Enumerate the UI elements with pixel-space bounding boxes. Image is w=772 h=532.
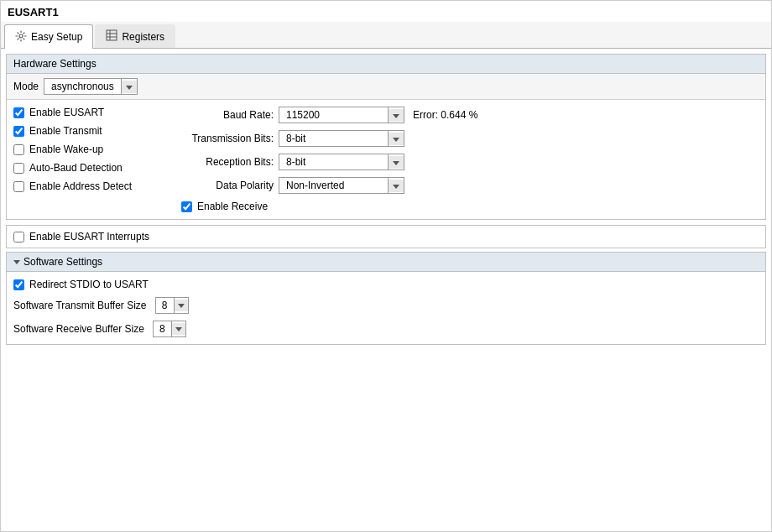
rx-buffer-select[interactable]: 8 xyxy=(153,321,186,337)
transmission-bits-value: 8-bit xyxy=(279,131,389,146)
enable-wakeup-label[interactable]: Enable Wake-up xyxy=(29,143,103,155)
reception-bits-row: Reception Bits: 8-bit xyxy=(181,154,759,170)
mode-value: asynchronous xyxy=(44,79,122,94)
page-title: EUSART1 xyxy=(1,1,771,22)
chevron-down-icon xyxy=(178,304,185,308)
software-settings-header[interactable]: Software Settings xyxy=(7,253,765,272)
tab-registers[interactable]: Registers xyxy=(95,24,175,48)
tabs-bar: Easy Setup Registers xyxy=(1,22,771,49)
eusart-interrupts-label[interactable]: Enable EUSART Interrupts xyxy=(29,231,149,243)
rx-buffer-dropdown-btn[interactable] xyxy=(172,323,185,335)
enable-address-label[interactable]: Enable Address Detect xyxy=(29,180,132,192)
reception-bits-value: 8-bit xyxy=(279,154,389,170)
registers-tab-label: Registers xyxy=(122,31,164,43)
baud-rate-error: Error: 0.644 % xyxy=(413,109,477,121)
chevron-down-icon xyxy=(393,161,399,165)
enable-wakeup-checkbox[interactable] xyxy=(13,144,24,155)
enable-receive-checkbox[interactable] xyxy=(181,201,192,212)
enable-eusart-checkbox[interactable] xyxy=(13,107,24,118)
mode-row: Mode asynchronous xyxy=(7,74,765,100)
checkbox-enable-wakeup: Enable Wake-up xyxy=(13,143,181,155)
table-icon xyxy=(106,29,117,44)
data-polarity-dropdown-btn[interactable] xyxy=(389,180,404,192)
right-column: Baud Rate: 115200 Error: 0.644 % Transmi… xyxy=(181,107,759,212)
rx-buffer-label: Software Receive Buffer Size xyxy=(13,323,144,335)
data-polarity-row: Data Polarity Non-Inverted xyxy=(181,177,759,194)
mode-label: Mode xyxy=(13,81,39,92)
svg-rect-1 xyxy=(107,30,117,40)
tx-buffer-dropdown-btn[interactable] xyxy=(175,300,188,311)
tx-buffer-row: Software Transmit Buffer Size 8 xyxy=(13,297,759,314)
hardware-settings-header: Hardware Settings xyxy=(7,55,765,74)
checkbox-enable-eusart: Enable EUSART xyxy=(13,107,181,118)
enable-transmit-label[interactable]: Enable Transmit xyxy=(29,125,102,137)
transmission-bits-dropdown-btn[interactable] xyxy=(389,133,404,145)
baud-rate-select[interactable]: 115200 xyxy=(279,107,404,123)
tx-buffer-select[interactable]: 8 xyxy=(155,297,189,314)
auto-baud-checkbox[interactable] xyxy=(13,163,24,174)
hardware-settings-section: Hardware Settings Mode asynchronous Enab… xyxy=(6,54,766,220)
enable-transmit-checkbox[interactable] xyxy=(13,126,24,137)
gear-icon xyxy=(15,30,27,44)
baud-rate-label: Baud Rate: xyxy=(181,109,274,121)
rx-buffer-row: Software Receive Buffer Size 8 xyxy=(13,321,759,337)
transmission-bits-select[interactable]: 8-bit xyxy=(279,130,404,147)
transmission-bits-label: Transmission Bits: xyxy=(181,133,274,144)
chevron-down-icon xyxy=(126,86,133,90)
chevron-down-icon xyxy=(175,327,182,331)
tx-buffer-label: Software Transmit Buffer Size xyxy=(13,300,147,311)
tx-buffer-value: 8 xyxy=(156,298,175,313)
main-container: EUSART1 Easy Setup Registers xyxy=(0,0,772,532)
checkbox-redirect-stdio: Redirect STDIO to USART xyxy=(13,279,759,290)
data-polarity-select[interactable]: Non-Inverted xyxy=(279,177,404,194)
rx-buffer-value: 8 xyxy=(154,321,172,336)
left-column: Enable EUSART Enable Transmit Enable Wak… xyxy=(13,107,181,212)
redirect-stdio-checkbox[interactable] xyxy=(13,279,24,290)
software-settings-section: Software Settings Redirect STDIO to USAR… xyxy=(6,252,766,345)
transmission-bits-row: Transmission Bits: 8-bit xyxy=(181,130,759,147)
svg-point-0 xyxy=(19,34,23,38)
enable-eusart-label[interactable]: Enable EUSART xyxy=(29,107,104,118)
checkbox-enable-transmit: Enable Transmit xyxy=(13,125,181,137)
baud-rate-dropdown-btn[interactable] xyxy=(389,109,404,122)
baud-rate-value: 115200 xyxy=(279,107,389,123)
chevron-down-icon xyxy=(393,185,399,189)
mode-dropdown-btn[interactable] xyxy=(122,81,137,93)
baud-rate-row: Baud Rate: 115200 Error: 0.644 % xyxy=(181,107,759,123)
checkbox-enable-address: Enable Address Detect xyxy=(13,180,181,192)
redirect-stdio-label[interactable]: Redirect STDIO to USART xyxy=(29,279,149,290)
reception-bits-label: Reception Bits: xyxy=(181,156,274,168)
easy-setup-tab-label: Easy Setup xyxy=(31,31,82,43)
data-polarity-value: Non-Inverted xyxy=(279,178,389,193)
chevron-down-icon xyxy=(393,138,399,142)
mode-select-group[interactable]: asynchronous xyxy=(44,78,138,95)
software-settings-content: Redirect STDIO to USART Software Transmi… xyxy=(7,272,765,344)
interrupt-section: Enable EUSART Interrupts xyxy=(6,225,766,248)
reception-bits-dropdown-btn[interactable] xyxy=(389,156,404,169)
checkbox-auto-baud: Auto-Baud Detection xyxy=(13,162,181,174)
software-settings-label: Software Settings xyxy=(23,256,102,268)
auto-baud-label[interactable]: Auto-Baud Detection xyxy=(29,162,123,174)
collapse-icon xyxy=(13,260,20,264)
chevron-down-icon xyxy=(393,114,399,118)
enable-receive-label[interactable]: Enable Receive xyxy=(197,201,268,212)
data-polarity-label: Data Polarity xyxy=(181,180,274,191)
enable-address-checkbox[interactable] xyxy=(13,181,24,192)
reception-bits-select[interactable]: 8-bit xyxy=(279,154,404,170)
settings-grid: Enable EUSART Enable Transmit Enable Wak… xyxy=(7,100,765,219)
tab-easy-setup[interactable]: Easy Setup xyxy=(4,24,93,49)
eusart-interrupts-checkbox[interactable] xyxy=(13,232,24,243)
interrupt-row: Enable EUSART Interrupts xyxy=(7,226,765,248)
checkbox-enable-receive: Enable Receive xyxy=(181,201,759,212)
